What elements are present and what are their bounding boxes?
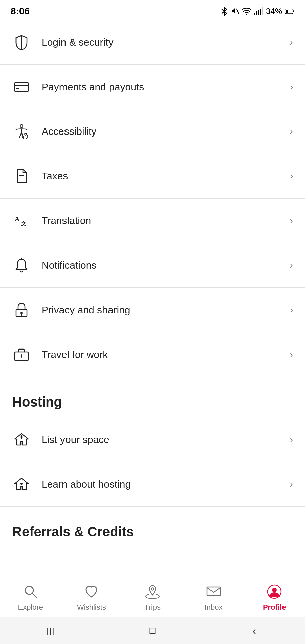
inbox-nav-icon: [205, 583, 222, 600]
chevron-privacy: ›: [290, 305, 293, 315]
chevron-accessibility: ›: [290, 126, 293, 137]
svg-line-0: [237, 9, 239, 14]
svg-point-15: [20, 125, 23, 127]
svg-text:A: A: [15, 215, 20, 223]
svg-rect-6: [262, 7, 263, 15]
chevron-payments: ›: [290, 82, 293, 92]
menu-item-login-security[interactable]: Login & security ›: [0, 20, 305, 65]
lock-icon: [12, 301, 31, 319]
menu-item-learn-hosting[interactable]: Learn about hosting ›: [0, 462, 305, 507]
svg-line-32: [32, 593, 37, 598]
nav-label-wishlists: Wishlists: [77, 603, 106, 612]
chevron-taxes: ›: [290, 171, 293, 181]
chevron-travel-work: ›: [290, 349, 293, 360]
nav-label-explore: Explore: [18, 603, 43, 612]
battery-text: 34%: [266, 7, 282, 16]
svg-rect-2: [254, 13, 255, 15]
svg-rect-9: [286, 10, 288, 13]
menu-label-learn-hosting: Learn about hosting: [42, 479, 131, 490]
chevron-list-space: ›: [290, 434, 293, 445]
nav-label-profile: Profile: [263, 603, 286, 612]
menu-item-privacy[interactable]: Privacy and sharing ›: [0, 288, 305, 332]
chevron-login-security: ›: [290, 37, 293, 48]
menu-item-travel-work[interactable]: Travel for work ›: [0, 332, 305, 377]
translation-icon: A 文: [12, 211, 31, 230]
signal-icon: [254, 7, 263, 15]
house-heart-icon: [12, 475, 31, 494]
bottom-navigation: Explore Wishlists Trips Inbox: [0, 576, 305, 617]
menu-item-list-space[interactable]: List your space ›: [0, 418, 305, 462]
taxes-icon: [12, 167, 31, 185]
status-bar: 8:06 34%: [0, 0, 305, 20]
menu-label-privacy: Privacy and sharing: [42, 304, 130, 316]
payments-icon: [12, 77, 31, 96]
svg-rect-8: [293, 10, 294, 12]
chevron-translation: ›: [290, 215, 293, 226]
menu-label-translation: Translation: [42, 215, 91, 226]
menu-item-payments[interactable]: Payments and payouts ›: [0, 65, 305, 109]
profile-nav-icon: [266, 583, 283, 600]
menu-label-payments: Payments and payouts: [42, 81, 144, 93]
menu-item-accessibility[interactable]: Accessibility ›: [0, 109, 305, 154]
settings-content: Login & security › Payments and payouts …: [0, 20, 305, 621]
referrals-section-header: Referrals & Credits: [0, 507, 305, 547]
menu-label-accessibility: Accessibility: [42, 126, 96, 137]
chevron-notifications: ›: [290, 260, 293, 271]
svg-rect-4: [258, 10, 259, 15]
android-nav-bar: ||| □ ‹: [0, 617, 305, 644]
bluetooth-icon: [220, 7, 228, 16]
menu-item-taxes[interactable]: Taxes ›: [0, 154, 305, 199]
nav-label-trips: Trips: [144, 603, 161, 612]
nav-item-trips[interactable]: Trips: [122, 583, 183, 617]
nav-item-inbox[interactable]: Inbox: [183, 583, 244, 617]
nav-item-wishlists[interactable]: Wishlists: [61, 583, 122, 617]
svg-rect-13: [16, 88, 19, 89]
menu-label-taxes: Taxes: [42, 170, 68, 182]
nav-item-explore[interactable]: Explore: [0, 583, 61, 617]
house-plus-icon: [12, 430, 31, 449]
menu-item-notifications[interactable]: Notifications ›: [0, 243, 305, 288]
android-menu-btn[interactable]: |||: [41, 621, 61, 641]
menu-item-translation[interactable]: A 文 Translation ›: [0, 199, 305, 243]
svg-rect-3: [256, 11, 257, 15]
search-nav-icon: [22, 583, 39, 600]
svg-rect-11: [15, 82, 28, 92]
svg-point-1: [246, 14, 247, 15]
nav-item-profile[interactable]: Profile: [244, 583, 305, 617]
menu-label-travel-work: Travel for work: [42, 349, 108, 360]
heart-nav-icon: [83, 583, 100, 600]
menu-label-notifications: Notifications: [42, 260, 96, 271]
status-time: 8:06: [11, 6, 30, 17]
android-back-btn[interactable]: ‹: [244, 621, 264, 641]
nav-label-inbox: Inbox: [205, 603, 223, 612]
android-home-btn[interactable]: □: [142, 621, 163, 641]
shield-icon: [12, 33, 31, 52]
bell-icon: [12, 256, 31, 275]
svg-point-35: [272, 588, 277, 592]
briefcase-icon: [12, 345, 31, 364]
svg-text:文: 文: [21, 220, 26, 226]
hosting-section-header: Hosting: [0, 377, 305, 418]
svg-point-33: [151, 588, 154, 590]
battery-icon: [285, 8, 294, 14]
status-icons: 34%: [220, 7, 294, 16]
wifi-icon: [242, 7, 251, 15]
mute-icon: [231, 7, 239, 16]
trips-nav-icon: [144, 583, 161, 600]
chevron-learn-hosting: ›: [290, 479, 293, 490]
svg-rect-5: [260, 9, 261, 15]
accessibility-icon: [12, 122, 31, 141]
menu-label-login-security: Login & security: [42, 37, 113, 48]
menu-label-list-space: List your space: [42, 434, 110, 445]
